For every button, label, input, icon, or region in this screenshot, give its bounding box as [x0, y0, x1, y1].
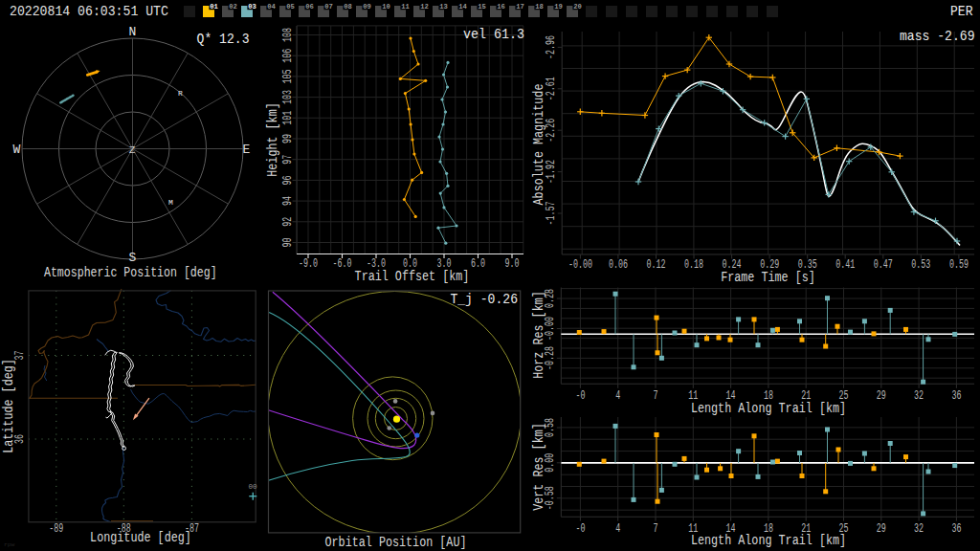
svg-text:-1.57: -1.57 [545, 202, 558, 226]
svg-text:S: S [129, 251, 137, 265]
svg-text:20220814 06:03:51 UTC: 20220814 06:03:51 UTC [10, 3, 168, 20]
svg-text:03: 03 [248, 2, 256, 11]
svg-text:105: 105 [281, 69, 295, 83]
svg-text:97: 97 [281, 155, 295, 165]
svg-text:-6.0: -6.0 [333, 257, 352, 271]
svg-text:11: 11 [401, 2, 410, 11]
svg-text:9.0: 9.0 [504, 257, 519, 271]
svg-text:32: 32 [914, 389, 924, 403]
svg-text:108: 108 [281, 28, 295, 42]
svg-text:Length Along Trail [km]: Length Along Trail [km] [691, 533, 846, 548]
svg-text:Horz Res [km]: Horz Res [km] [531, 291, 546, 379]
svg-text:Orbital Position [AU]: Orbital Position [AU] [325, 535, 467, 550]
svg-text:0.41: 0.41 [835, 258, 855, 272]
svg-text:N: N [129, 25, 137, 39]
svg-text:-0: -0 [575, 522, 585, 536]
svg-text:4: 4 [615, 522, 620, 536]
svg-text:M: M [168, 198, 173, 207]
svg-text:vel 61.3: vel 61.3 [463, 27, 524, 43]
svg-text:92: 92 [281, 217, 295, 227]
svg-text:Trail Offset [km]: Trail Offset [km] [355, 269, 470, 284]
svg-text:0.06: 0.06 [609, 258, 628, 272]
svg-text:-2.26: -2.26 [545, 119, 558, 143]
svg-text:Frame Time [s]: Frame Time [s] [721, 270, 815, 285]
svg-text:36: 36 [951, 389, 961, 403]
svg-text:7: 7 [654, 522, 658, 536]
svg-text:29: 29 [877, 522, 886, 536]
svg-text:18: 18 [535, 2, 544, 11]
svg-text:96: 96 [281, 175, 295, 185]
svg-text:-0.00: -0.00 [568, 258, 592, 272]
svg-text:rpw: rpw [4, 541, 15, 548]
svg-text:Length Along Trail [km]: Length Along Trail [km] [691, 401, 846, 416]
svg-text:4: 4 [615, 389, 620, 403]
svg-text:-2.61: -2.61 [545, 77, 558, 100]
svg-text:06: 06 [305, 2, 314, 11]
svg-text:-9.0: -9.0 [299, 257, 318, 271]
svg-text:32: 32 [914, 522, 924, 536]
svg-text:00: 00 [248, 482, 256, 491]
svg-text:20: 20 [573, 2, 582, 11]
svg-text:29: 29 [877, 389, 886, 403]
svg-text:0.47: 0.47 [874, 258, 893, 272]
svg-text:Latitude [deg]: Latitude [deg] [1, 359, 16, 453]
svg-text:02: 02 [229, 2, 237, 11]
svg-text:Vert Res [km]: Vert Res [km] [531, 423, 546, 511]
svg-text:-89: -89 [49, 522, 63, 536]
svg-text:Height [km]: Height [km] [265, 102, 280, 177]
svg-text:14: 14 [458, 2, 467, 11]
svg-text:13: 13 [439, 2, 448, 11]
svg-text:Z: Z [129, 144, 136, 156]
svg-text:36: 36 [951, 522, 961, 536]
svg-text:6.0: 6.0 [471, 257, 485, 271]
svg-text:Q* 12.3: Q* 12.3 [197, 32, 250, 48]
svg-text:17: 17 [516, 2, 524, 11]
svg-text:Longitude [deg]: Longitude [deg] [90, 530, 191, 545]
svg-text:0.53: 0.53 [911, 258, 930, 272]
svg-text:19: 19 [554, 2, 563, 11]
svg-text:05: 05 [286, 2, 295, 11]
svg-text:12: 12 [420, 2, 429, 11]
svg-text:94: 94 [281, 196, 295, 206]
svg-text:09: 09 [363, 2, 371, 11]
svg-text:103: 103 [281, 90, 295, 104]
svg-text:-0: -0 [575, 389, 585, 403]
svg-text:0.12: 0.12 [647, 258, 666, 272]
svg-text:01: 01 [210, 2, 218, 11]
svg-text:W: W [13, 143, 21, 157]
svg-text:04: 04 [267, 2, 276, 11]
svg-text:10: 10 [382, 2, 390, 11]
svg-text:Absolute Magnitude: Absolute Magnitude [531, 84, 546, 206]
svg-text:16: 16 [497, 2, 505, 11]
svg-text:99: 99 [281, 134, 295, 143]
svg-text:E: E [243, 143, 251, 157]
svg-text:0.18: 0.18 [684, 258, 703, 272]
svg-text:7: 7 [654, 389, 658, 403]
svg-text:90: 90 [281, 238, 295, 248]
svg-text:106: 106 [281, 49, 295, 63]
svg-text:mass -2.69: mass -2.69 [900, 29, 975, 45]
svg-text:R: R [178, 89, 183, 98]
svg-text:08: 08 [344, 2, 352, 11]
svg-text:-2.96: -2.96 [545, 35, 558, 59]
svg-text:Atmospheric Position [deg]: Atmospheric Position [deg] [44, 265, 217, 280]
svg-text:T_j -0.26: T_j -0.26 [450, 292, 518, 308]
svg-text:101: 101 [281, 111, 295, 125]
svg-text:07: 07 [324, 2, 333, 11]
svg-text:PER: PER [950, 4, 973, 20]
svg-text:-1.92: -1.92 [545, 160, 558, 184]
svg-text:0.59: 0.59 [949, 258, 969, 272]
svg-text:15: 15 [478, 2, 486, 11]
svg-text:37: 37 [13, 351, 27, 361]
